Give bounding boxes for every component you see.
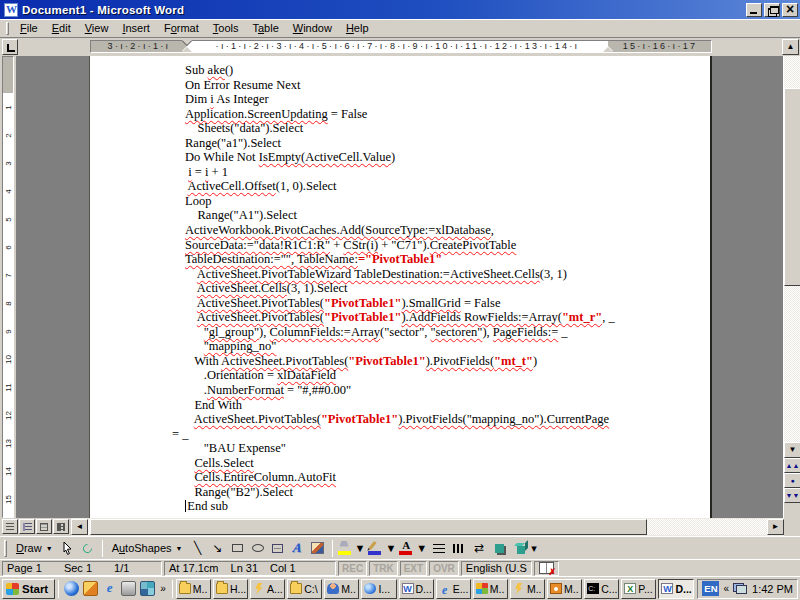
task-button-3[interactable]: A... xyxy=(250,579,285,599)
oval-tool-icon[interactable] xyxy=(248,538,268,558)
scroll-up-button[interactable]: ▲ xyxy=(782,39,799,55)
arrow-tool-icon[interactable]: ↘ xyxy=(208,538,228,558)
wordart-icon[interactable]: A xyxy=(288,538,308,558)
vertical-ruler-number: 8 xyxy=(3,289,13,317)
tab-type-selector[interactable] xyxy=(2,39,18,55)
menu-item-file[interactable]: File xyxy=(13,20,45,37)
shadow-icon[interactable] xyxy=(489,538,509,558)
task-button-5[interactable]: M.. xyxy=(324,579,359,599)
select-browse-object-button[interactable]: ● xyxy=(784,473,800,488)
mode-ovr[interactable]: OVR xyxy=(429,561,459,576)
scroll-down-button[interactable]: ▼ xyxy=(784,442,800,458)
scroll-right-button[interactable]: ► xyxy=(767,519,784,535)
free-rotate-icon[interactable] xyxy=(78,538,98,558)
vertical-ruler-number: 13 xyxy=(3,429,13,457)
language-badge[interactable]: EN xyxy=(702,581,719,596)
right-indent-marker[interactable] xyxy=(603,47,613,52)
toolbar-options-dropdown[interactable]: ▾ xyxy=(529,538,539,558)
outlook-quick-launch-icon[interactable] xyxy=(83,581,98,596)
scroll-left-button[interactable]: ◄ xyxy=(71,519,88,535)
page[interactable]: Sub ake()On Error Resume NextDim i As In… xyxy=(90,56,712,518)
desktop-quick-launch-icon[interactable] xyxy=(121,581,136,596)
code-segment: Sheets("data").Select xyxy=(185,121,303,135)
menu-item-format[interactable]: Format xyxy=(157,20,206,37)
menu-item-window[interactable]: Window xyxy=(286,20,339,37)
line-style-icon[interactable] xyxy=(429,538,449,558)
task-button-2[interactable]: H... xyxy=(213,579,248,599)
task-button-8[interactable]: E... xyxy=(436,579,471,599)
mode-rec[interactable]: REC xyxy=(338,561,367,576)
normal-view-button[interactable] xyxy=(2,519,18,534)
task-button-12[interactable]: C... xyxy=(584,579,619,599)
select-objects-icon[interactable] xyxy=(58,538,78,558)
horizontal-scroll-track[interactable] xyxy=(88,519,767,535)
code-line: TableDestination:="", TableName:="PivotT… xyxy=(185,252,615,267)
media-quick-launch-icon[interactable] xyxy=(140,581,155,596)
windows-logo-icon xyxy=(6,583,19,595)
code-lines[interactable]: Sub ake()On Error Resume NextDim i As In… xyxy=(185,63,615,514)
rectangle-tool-icon[interactable] xyxy=(228,538,248,558)
ie-quick-launch-icon[interactable]: e xyxy=(102,581,117,596)
menu-grip[interactable] xyxy=(6,22,9,35)
print-layout-view-button[interactable] xyxy=(36,519,52,534)
draw-menu-button[interactable]: Draw▼ xyxy=(11,538,58,558)
mode-ext[interactable]: EXT xyxy=(400,561,427,576)
task-button-9[interactable]: M.. xyxy=(473,579,508,599)
task-button-10[interactable]: M.. xyxy=(510,579,545,599)
task-button-7[interactable]: D... xyxy=(399,579,434,599)
dash-style-icon[interactable] xyxy=(449,538,469,558)
start-button[interactable]: Start xyxy=(2,579,55,599)
tray-collapse-chevron[interactable]: « xyxy=(723,583,729,594)
language-indicator[interactable]: English (U.S xyxy=(461,561,532,576)
task-button-4[interactable]: C:\ xyxy=(287,579,322,599)
vertical-scroll-track[interactable] xyxy=(784,56,800,458)
code-segment: "sectoren" xyxy=(431,325,483,339)
fill-color-button[interactable] xyxy=(337,540,353,556)
menu-item-help[interactable]: Help xyxy=(339,20,376,37)
text-box-tool-icon[interactable] xyxy=(268,538,288,558)
line-color-button[interactable] xyxy=(367,540,383,556)
spelling-status[interactable] xyxy=(534,561,559,576)
font-color-button[interactable]: A xyxy=(398,540,414,556)
web-layout-view-button[interactable] xyxy=(19,519,35,534)
task-button-13[interactable]: P... xyxy=(621,579,656,599)
menu-item-view[interactable]: View xyxy=(78,20,116,37)
globe-icon xyxy=(364,583,376,594)
vertical-scrollbar[interactable]: ▼ ▲▲ ● ▼▼ xyxy=(783,56,800,518)
browse-previous-button[interactable]: ▲▲ xyxy=(784,458,800,473)
close-button[interactable] xyxy=(782,3,798,17)
arrow-style-icon[interactable]: ⇄ xyxy=(469,538,489,558)
menu-item-edit[interactable]: Edit xyxy=(45,20,78,37)
minimize-button[interactable] xyxy=(746,3,762,17)
first-line-indent-marker[interactable] xyxy=(182,40,192,45)
line-tool-icon[interactable]: ╲ xyxy=(188,538,208,558)
toolbar-grip[interactable] xyxy=(4,540,7,557)
font-color-dropdown[interactable]: ▼ xyxy=(414,538,429,558)
restore-button[interactable] xyxy=(764,3,780,17)
menu-item-table[interactable]: Table xyxy=(245,20,285,37)
line-color-dropdown[interactable]: ▼ xyxy=(383,538,398,558)
network-icon[interactable] xyxy=(733,583,747,594)
clip-art-icon[interactable] xyxy=(308,538,328,558)
title-bar[interactable]: Document1 - Microsoft Word xyxy=(0,0,800,19)
mode-trk[interactable]: TRK xyxy=(369,561,398,576)
threed-icon[interactable] xyxy=(509,538,529,558)
task-button-1[interactable]: M.. xyxy=(176,579,211,599)
menu-item-insert[interactable]: Insert xyxy=(115,20,157,37)
code-segment xyxy=(185,281,197,295)
code-segment: "mapping_no" xyxy=(204,339,277,353)
vertical-scroll-thumb[interactable] xyxy=(784,88,800,286)
horizontal-scroll-thumb[interactable] xyxy=(90,519,647,535)
vertical-ruler-strip: 123456789101112131415 xyxy=(2,56,14,518)
quick-launch-overflow[interactable]: » xyxy=(160,583,166,594)
outline-view-button[interactable] xyxy=(53,519,69,534)
hanging-indent-marker[interactable] xyxy=(182,47,192,52)
task-button-6[interactable]: I... xyxy=(361,579,396,599)
fill-color-dropdown[interactable]: ▼ xyxy=(353,538,368,558)
menu-item-tools[interactable]: Tools xyxy=(206,20,246,37)
msn-quick-launch-icon[interactable] xyxy=(64,581,79,596)
task-button-14[interactable]: D... xyxy=(658,579,693,599)
task-button-11[interactable]: M.. xyxy=(547,579,582,599)
autoshapes-menu-button[interactable]: AutoShapes▼ xyxy=(107,538,188,558)
browse-next-button[interactable]: ▼▼ xyxy=(784,488,800,503)
